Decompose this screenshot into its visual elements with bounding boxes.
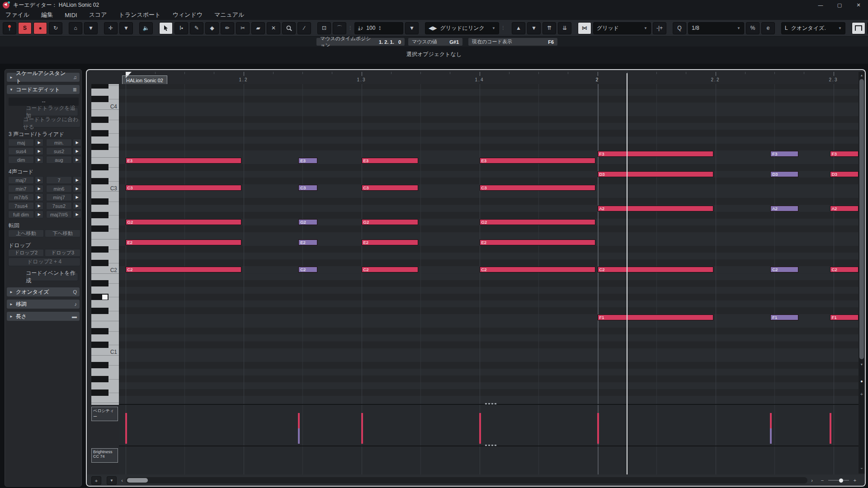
chord-button-7sus4[interactable]: 7sus4 [8, 202, 34, 210]
section-scale-assistant[interactable]: ► スケールアシスタント ♫ [7, 73, 80, 82]
midi-note[interactable]: C3 [480, 185, 595, 191]
midi-note[interactable]: E2 [362, 239, 419, 245]
move-down-button[interactable]: ▼ [527, 22, 541, 34]
menu-item-スコア[interactable]: スコア [89, 11, 107, 19]
chord-button-dim[interactable]: dim [8, 156, 34, 164]
minimize-button[interactable]: — [811, 0, 830, 10]
black-key[interactable] [91, 178, 108, 184]
acoustic-feedback-icon[interactable]: ↻ [49, 22, 62, 34]
iterative-quantize-button[interactable]: % [746, 22, 760, 34]
autoscroll-icon[interactable]: ⌂ [69, 22, 82, 34]
midi-note[interactable]: D3 [598, 171, 713, 177]
maximize-button[interactable]: ▢ [830, 0, 849, 10]
midi-note[interactable]: E2 [126, 239, 241, 245]
black-key[interactable] [91, 144, 108, 150]
menu-item-ファイル[interactable]: ファイル [5, 11, 29, 19]
chord-play-icon[interactable]: ▶ [73, 185, 81, 192]
black-key[interactable] [91, 198, 108, 205]
snap-toggle[interactable]: ⋈ [578, 22, 591, 34]
chord-button-full dim[interactable]: full dim [8, 211, 34, 218]
record-in-editor-button[interactable]: ● [33, 22, 47, 34]
black-key[interactable] [91, 212, 108, 218]
insert-velocity-value[interactable]: 100 [366, 25, 375, 31]
velocity-bar[interactable] [125, 413, 127, 444]
chord-button-min.[interactable]: min. [46, 139, 72, 146]
chord-button-sus4[interactable]: sus4 [8, 147, 34, 155]
chord-play-icon[interactable]: ▶ [35, 185, 43, 192]
velocity-lane[interactable] [119, 405, 859, 446]
chord-button-maj7[interactable]: maj7 [8, 176, 34, 184]
black-key[interactable] [91, 328, 108, 334]
match-chord-track-button[interactable]: コードトラックに合わせる [23, 119, 80, 127]
length-quantize-dropdown[interactable]: L クオンタイズ.▼ [781, 22, 845, 34]
chord-play-icon[interactable]: ▶ [35, 176, 43, 184]
midi-note[interactable]: C2 [830, 267, 859, 272]
midi-note[interactable]: F3 [830, 151, 859, 157]
horizontal-zoom-handle[interactable] [839, 479, 843, 483]
chord-play-icon[interactable]: ▶ [73, 202, 81, 210]
midi-note[interactable]: C2 [362, 267, 419, 272]
black-key[interactable] [91, 260, 108, 266]
length-link-dropdown[interactable]: ◀▶ グリッドにリンク▼ [425, 22, 499, 34]
midi-note[interactable]: E3 [298, 158, 317, 164]
chord-play-icon[interactable]: ▶ [73, 156, 81, 164]
chord-play-icon[interactable]: ▶ [35, 139, 43, 146]
midi-note[interactable]: A2 [770, 206, 798, 211]
horizontal-zoom-slider[interactable] [828, 480, 849, 481]
section-quantize[interactable]: ► クオンタイズ Q [7, 287, 80, 296]
velocity-bar[interactable] [479, 413, 481, 444]
inversion-button[interactable]: 上へ移動 [8, 230, 44, 237]
quantize-preset-dropdown[interactable]: 1/8▼ [688, 22, 744, 34]
note-grid[interactable]: E3C3G2E2C2E3C3G2E2C2E3C3G2E2C2E3C3G2E2C2… [119, 84, 859, 405]
tool-glue[interactable]: ▰ [251, 22, 265, 34]
lane-resize-handle[interactable] [485, 445, 496, 446]
tool-zoom[interactable] [282, 22, 296, 34]
vertical-scrollbar[interactable]: ▲ ▼ ● + ⌄ [859, 72, 865, 474]
speaker-icon[interactable]: 🔈 [139, 22, 153, 34]
midi-note[interactable]: C3 [362, 185, 419, 191]
chord-play-icon[interactable]: ▶ [35, 193, 43, 201]
stepper-icon[interactable]: ▲▼ [378, 25, 381, 31]
piano-keyboard[interactable]: C4C3C2C1 [91, 84, 120, 405]
section-transpose[interactable]: ► 移調 ♪ [7, 300, 80, 309]
timeline-ruler[interactable]: 1.21.31.422.22.3HALion Sonic 02 [119, 72, 859, 84]
move-down-octave-button[interactable]: ⇊ [558, 22, 571, 34]
velocity-bar[interactable] [830, 413, 831, 444]
pin-icon[interactable]: 📍 [3, 22, 16, 34]
chord-play-icon[interactable]: ▶ [73, 139, 81, 146]
solo-button[interactable]: S [18, 22, 32, 34]
vertical-zoom-dot[interactable]: ● [859, 378, 865, 385]
chord-button-aug[interactable]: aug [46, 156, 72, 164]
drop-button[interactable]: ドロップ3 [45, 249, 80, 257]
midi-note[interactable]: F1 [830, 314, 859, 320]
chord-button-m7/b5[interactable]: m7/b5 [8, 193, 34, 201]
midi-note[interactable]: F3 [770, 151, 798, 157]
midi-note[interactable]: F1 [770, 314, 798, 320]
chord-button-sus2[interactable]: sus2 [46, 147, 72, 155]
chord-play-icon[interactable]: ▶ [73, 147, 81, 155]
tool-line[interactable]: ∕ [297, 22, 311, 34]
midi-note[interactable]: C3 [126, 185, 241, 191]
black-key[interactable] [91, 308, 108, 314]
create-chord-event-button[interactable]: コードイベントを作成 [25, 272, 78, 281]
insert-velocity[interactable]: ⤓♪ 100 ▲▼ [354, 22, 403, 34]
black-key[interactable] [91, 246, 108, 253]
drop-button[interactable]: ドロップ2 [8, 249, 44, 257]
black-key[interactable] [91, 342, 108, 348]
velocity-bar[interactable] [597, 413, 599, 444]
menu-item-マニュアル[interactable]: マニュアル [214, 11, 245, 19]
midi-note[interactable]: F1 [598, 314, 713, 320]
add-chord-track-button[interactable]: コードトラックを追加 [25, 108, 78, 116]
velocity-bar[interactable] [298, 428, 300, 444]
section-length[interactable]: ► 長さ ▬ [7, 312, 80, 321]
horizontal-scroll-thumb[interactable] [127, 478, 148, 483]
midi-note[interactable]: C2 [598, 267, 713, 272]
inversion-button[interactable]: 下へ移動 [45, 230, 80, 237]
horizontal-zoom-in-button[interactable]: + [852, 476, 858, 484]
lane-resize-handle[interactable] [485, 403, 496, 404]
midi-note[interactable]: C2 [770, 267, 798, 272]
insert-velocity-dropdown[interactable]: ▼ [405, 22, 419, 34]
midi-note[interactable]: E2 [480, 239, 595, 245]
close-button[interactable]: ✕ [849, 0, 868, 10]
drop-2-4-button[interactable]: ドロップ2 + 4 [8, 258, 80, 266]
